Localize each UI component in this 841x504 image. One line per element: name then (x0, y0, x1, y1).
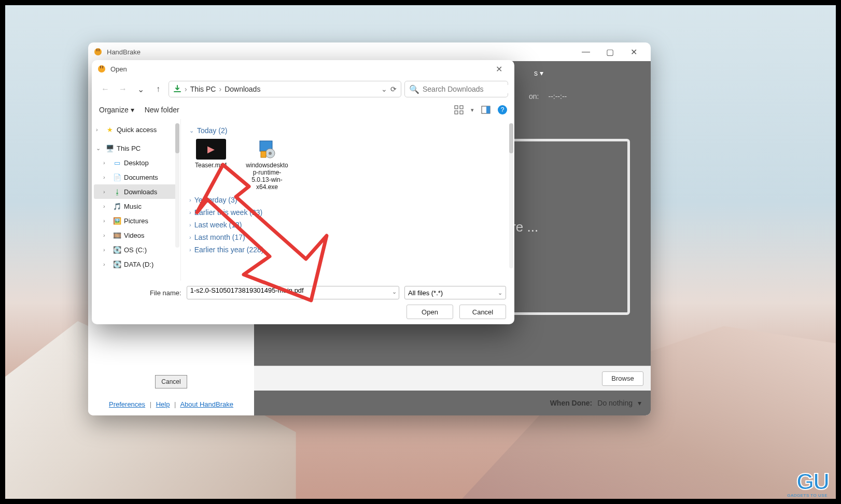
pictures-icon: 🖼️ (113, 217, 122, 225)
svg-rect-2 (99, 49, 100, 51)
preferences-link[interactable]: Preferences (109, 400, 145, 408)
about-link[interactable]: About HandBrake (180, 400, 233, 408)
breadcrumb-downloads[interactable]: Downloads (225, 85, 260, 93)
address-dropdown[interactable]: ⌄ (381, 85, 387, 93)
tree-data-d[interactable]: › 💽 DATA (D:) (94, 257, 178, 271)
group-header[interactable]: ›Earlier this year (228) (189, 246, 506, 254)
when-done-label: When Done: (550, 399, 593, 407)
close-button[interactable]: ✕ (622, 44, 646, 60)
tree-videos[interactable]: › 🎞️ Videos (94, 228, 178, 242)
handbrake-footer-links: Preferences | Help | About HandBrake (88, 400, 254, 408)
svg-rect-15 (261, 151, 266, 157)
help-link[interactable]: Help (156, 400, 170, 408)
file-name-value: 1-s2.0-S1050173819301495-main.pdf (190, 286, 304, 294)
dialog-close-button[interactable]: ✕ (488, 64, 509, 74)
tree-scrollbar[interactable] (175, 123, 179, 248)
chevron-right-icon: › (103, 232, 110, 238)
chevron-down-icon: ⌄ (189, 127, 194, 134)
chevron-right-icon: › (103, 261, 110, 267)
videos-icon: 🎞️ (113, 232, 122, 239)
presets-menu-partial[interactable]: s (534, 69, 538, 77)
group-label: Last week (13) (194, 221, 242, 229)
dialog-titlebar[interactable]: Open ✕ (92, 60, 514, 78)
source-cancel-button[interactable]: Cancel (155, 375, 187, 388)
chevron-right-icon: › (103, 247, 110, 253)
view-dropdown[interactable]: ▾ (471, 107, 474, 113)
video-thumbnail-icon: ▶ (196, 139, 226, 160)
search-input[interactable] (423, 85, 513, 93)
chevron-down-icon: ⌄ (498, 290, 502, 296)
chevron-right-icon: › (103, 218, 110, 224)
chevron-right-icon: › (103, 160, 110, 166)
file-name: Teaser.mp4 (189, 162, 233, 169)
group-header[interactable]: ›Yesterday (3) (189, 196, 506, 204)
chevron-right-icon: › (103, 189, 110, 195)
tree-documents[interactable]: › 📄 Documents (94, 170, 178, 184)
output-bar: Browse (254, 366, 651, 391)
filelist-scrollbar[interactable] (509, 123, 513, 268)
svg-point-14 (269, 152, 272, 155)
tree-quick-access[interactable]: › ★ Quick access (94, 122, 178, 137)
group-header[interactable]: ›Last week (13) (189, 221, 506, 229)
forward-button[interactable]: → (116, 82, 130, 96)
svg-rect-1 (96, 49, 97, 51)
group-header[interactable]: ›Earlier this week (23) (189, 208, 506, 217)
group-label: Yesterday (3) (194, 196, 237, 204)
when-done-value[interactable]: Do nothing (597, 399, 633, 407)
tree-this-pc[interactable]: ⌄ 🖥️ This PC (94, 141, 178, 155)
group-label: Today (2) (197, 126, 227, 135)
chevron-down-icon: ⌄ (96, 145, 103, 152)
file-item[interactable]: ▶Teaser.mp4 (189, 139, 233, 191)
view-mode-button[interactable] (454, 105, 464, 114)
recent-dropdown[interactable]: ⌄ (133, 82, 148, 96)
desktop-icon: ▭ (113, 159, 122, 167)
svg-rect-5 (102, 66, 103, 68)
file-name-combobox[interactable]: 1-s2.0-S1050173819301495-main.pdf ⌄ (187, 286, 399, 299)
breadcrumb-this-pc[interactable]: This PC (190, 85, 216, 93)
help-icon[interactable]: ? (498, 105, 507, 114)
chevron-right-icon: › (96, 126, 103, 133)
tree-downloads[interactable]: › ⭳ Downloads (94, 184, 178, 199)
address-bar[interactable]: › This PC › Downloads ⌄ ⟳ (169, 81, 401, 97)
group-label: Last month (17) (194, 233, 245, 241)
file-list[interactable]: ⌄Today (2)▶Teaser.mp4windowsdesktop-runt… (181, 119, 514, 281)
minimize-button[interactable]: ― (574, 44, 598, 60)
watermark-logo: GU (796, 469, 829, 495)
file-type-filter[interactable]: All files (*.*) ⌄ (404, 286, 506, 299)
search-box[interactable]: 🔍 (404, 81, 508, 97)
svg-rect-7 (460, 106, 463, 109)
file-item[interactable]: windowsdesktop-runtime-5.0.13-win-x64.ex… (245, 139, 289, 191)
cancel-button[interactable]: Cancel (459, 305, 506, 319)
refresh-button[interactable]: ⟳ (390, 85, 397, 93)
maximize-button[interactable]: ▢ (598, 44, 622, 60)
organize-menu[interactable]: Organize ▾ (99, 106, 134, 114)
group-header[interactable]: ⌄Today (2) (189, 126, 506, 135)
installer-icon (252, 139, 282, 160)
drive-icon: 💽 (113, 246, 122, 254)
dialog-nav-row: ← → ⌄ ↑ › This PC › Downloads ⌄ ⟳ 🔍 (92, 78, 514, 100)
tree-os-c[interactable]: › 💽 OS (C:) (94, 242, 178, 257)
svg-rect-4 (100, 66, 101, 68)
open-file-dialog: Open ✕ ← → ⌄ ↑ › This PC › Downloads ⌄ ⟳… (92, 60, 514, 324)
tree-desktop[interactable]: › ▭ Desktop (94, 155, 178, 170)
browse-button[interactable]: Browse (602, 371, 643, 386)
file-name-label: File name: (150, 289, 181, 297)
up-button[interactable]: ↑ (151, 82, 165, 96)
group-header[interactable]: ›Last month (17) (189, 233, 506, 241)
handbrake-title: HandBrake (107, 48, 141, 56)
downloads-icon (173, 85, 181, 93)
preview-pane-button[interactable] (481, 105, 490, 114)
chevron-right-icon: › (189, 209, 191, 215)
tree-music[interactable]: › 🎵 Music (94, 199, 178, 213)
dialog-title: Open (110, 65, 127, 73)
svg-rect-8 (455, 111, 458, 114)
back-button[interactable]: ← (98, 82, 113, 96)
monitor-icon: 🖥️ (105, 145, 115, 152)
status-bar: When Done: Do nothing ▾ (254, 391, 651, 415)
nav-tree[interactable]: › ★ Quick access ⌄ 🖥️ This PC › ▭ Deskto… (92, 119, 181, 281)
tree-pictures[interactable]: › 🖼️ Pictures (94, 213, 178, 228)
new-folder-button[interactable]: New folder (145, 106, 179, 114)
svg-rect-9 (460, 111, 463, 114)
handbrake-titlebar[interactable]: HandBrake ― ▢ ✕ (88, 42, 651, 61)
open-button[interactable]: Open (407, 305, 453, 319)
